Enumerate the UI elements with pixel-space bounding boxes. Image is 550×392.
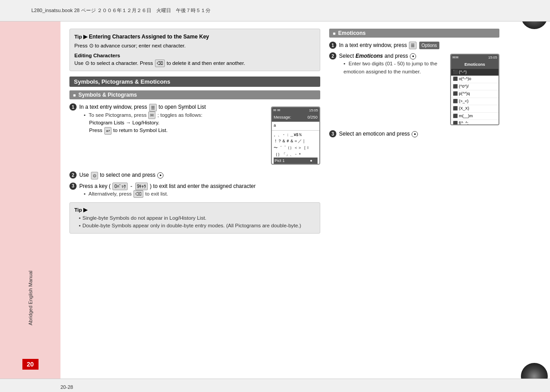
back-key-icon: ⌫ — [133, 190, 143, 198]
menu-key-icon: ☰ — [149, 104, 157, 111]
emoticons-phone-header: ✉✉ 15:05 — [451, 55, 498, 61]
nav-key-icon-2: ⊙ — [91, 172, 98, 179]
left-column: Tip ▶ Entering Characters Assigned to th… — [69, 29, 320, 371]
emoticon-step-num-3: 3 — [329, 130, 336, 137]
step-1: 1 In a text entry window, press ☰ to ope… — [69, 103, 320, 168]
emoticons-text-italic: Emoticons — [356, 53, 383, 59]
circle-btn-emote-3: ● — [412, 131, 418, 137]
phone-screen-symbols: ✉ ✉ 15:05 Message: 0/250 a 。、・：＿¥$％ ！？＆＃… — [271, 107, 320, 165]
tip-box-bottom: Tip ▶ Single-byte Symbols do not appear … — [69, 202, 320, 234]
section-header-main: Symbols, Pictograms & Emoticons — [69, 77, 320, 87]
sidebar: Abridged English Manual 20 — [0, 21, 60, 379]
emoticon-step-3: 3 Select an emoticon and press ● — [329, 130, 499, 138]
step-3: 3 Press a key ( 0ﾊﾞｯｸ - 9ｷｬﾗ ) to exit l… — [69, 182, 320, 198]
emoticon-step-2-content: Select Emoticons and press ● Enter two d… — [339, 52, 450, 76]
tip-heading-line: Tip ▶ Entering Characters Assigned to th… — [74, 33, 315, 41]
step-1-content: In a text entry window, press ☰ to open … — [79, 103, 260, 135]
step-2: 2 Use ⊙ to select one and press ● — [69, 171, 320, 179]
emoticon-step-1: 1 In a text entry window, press ☰ Option… — [329, 41, 499, 49]
main-content: Tip ▶ Entering Characters Assigned to th… — [60, 21, 550, 379]
key-0-icon: 0ﾊﾞｯｸ — [112, 183, 128, 190]
tip-line2: Use ⊙ to select a character. Press ⌫ to … — [74, 60, 315, 67]
tip-bottom-bullet-2: Double-byte Symbols appear only in doubl… — [79, 222, 315, 230]
emoticon-item-5: ⬛ (>_<) — [451, 98, 498, 106]
emoticon-item-2: ⬛ o(^-^)o — [451, 76, 498, 83]
section-header-symbols: Symbols & Pictograms — [69, 90, 320, 99]
options-button: Options — [419, 42, 439, 49]
tip-bottom-bullet-1: Single-byte Symbols do not appear in Log… — [79, 214, 315, 222]
emoticons-list: ⬛ (^-^) ⬛ o(^-^)o ⬛ (^0^)/ ⬛ p(^^)q ⬛ (>… — [451, 69, 498, 126]
emoticons-phone-screen: ✉✉ 15:05 Emoticons ⬛ (^-^) ⬛ o(^-^)o ⬛ (… — [450, 54, 499, 125]
emoticon-item-3: ⬛ (^0^)/ — [451, 83, 498, 91]
phone-screen-header: ✉ ✉ 15:05 — [272, 107, 319, 114]
emoticon-step-2-bullet-1: Enter two digits (01 - 50) to jump to th… — [344, 60, 450, 76]
emoticon-step-1-content: In a text entry window, press ☰ Options — [339, 41, 499, 49]
tip-label: Tip ▶ — [74, 34, 89, 39]
sidebar-label: Abridged English Manual — [0, 253, 60, 343]
key-9-icon: 9ｷｬﾗ — [135, 183, 148, 190]
sidebar-page-number: 20 — [22, 359, 39, 370]
step-num-1: 1 — [69, 103, 77, 111]
emoticon-item-8: ⬛ f(^_^; — [451, 120, 498, 125]
circle-btn-emote-2: ● — [410, 53, 416, 60]
emoticon-step-2: 2 Select Emoticons and press ● Enter two… — [329, 52, 499, 127]
header-text: L280_insatsu.book 28 ページ ２００６年１２月２６日 火曜日… — [31, 7, 211, 14]
step-3-bullet-1: Alternatively, press ⌫ to exit list. — [84, 190, 320, 198]
emoticon-item-7: ⬛ m(__)m — [451, 113, 498, 120]
phone-screen-symbols-content: 。、・：＿¥$％ ！？＆＃＆＝／｜ 〜゛゜（）＜＞［ｌ ｛｝「」、・＊ Pict… — [272, 131, 319, 165]
emoticon-menu-key-icon: ☰ — [409, 42, 417, 49]
delete-key-icon: ⌫ — [155, 60, 165, 67]
tip-heading: Entering Characters Assigned to the Same… — [89, 34, 209, 40]
emoticon-item-4: ⬛ p(^^)q — [451, 90, 498, 98]
phone-screen-title-bar: Message: 0/250 — [272, 114, 319, 122]
step-1-bullet-1d: Press ↩ to return to Symbol List. — [89, 127, 260, 134]
tip-box-top: Tip ▶ Entering Characters Assigned to th… — [69, 29, 320, 71]
pict-key-icon: ✉ — [148, 111, 155, 119]
footer-bar — [0, 379, 550, 392]
page-number-footer: 20-28 — [60, 384, 73, 390]
step-num-2: 2 — [69, 171, 77, 179]
header-bar: L280_insatsu.book 28 ページ ２００６年１２月２６日 火曜日… — [0, 0, 550, 21]
tip-bottom-header: Tip ▶ — [74, 206, 315, 214]
step-1-bullet-1c: Pictogram Lists → Log/History. — [89, 119, 260, 127]
emoticon-step-num-2: 2 — [329, 52, 336, 60]
tip-subheading: Editing Characters — [74, 52, 315, 60]
emoticons-steps: 1 In a text entry window, press ☰ Option… — [329, 41, 499, 138]
emoticon-step-num-1: 1 — [329, 42, 336, 49]
emoticon-item-selected: ⬛ (^-^) — [451, 69, 498, 76]
return-key-icon: ↩ — [104, 127, 112, 135]
emoticon-step-3-content: Select an emoticon and press ● — [339, 130, 499, 138]
phone-screen-message-area: a — [272, 122, 319, 131]
right-column: Emoticons 1 In a text entry window, pres… — [329, 29, 499, 371]
step-3-content: Press a key ( 0ﾊﾞｯｸ - 9ｷｬﾗ ) to exit lis… — [79, 182, 320, 198]
tip-bottom-label: Tip ▶ — [74, 207, 87, 213]
step-num-3: 3 — [69, 183, 77, 190]
step-2-content: Use ⊙ to select one and press ● — [79, 171, 320, 179]
symbols-steps: 1 In a text entry window, press ☰ to ope… — [69, 103, 320, 198]
emoticon-item-6: ⬛ (X_X) — [451, 105, 498, 113]
circle-btn-2: ● — [157, 172, 163, 179]
section-header-emoticons: Emoticons — [329, 29, 499, 38]
emoticons-title: Emoticons — [451, 61, 498, 69]
step-1-bullet-1: To see Pictograms, press ✉ ; toggles as … — [84, 111, 260, 119]
tip-line1: Press ⊙ to advance cursor; enter next ch… — [74, 42, 315, 50]
